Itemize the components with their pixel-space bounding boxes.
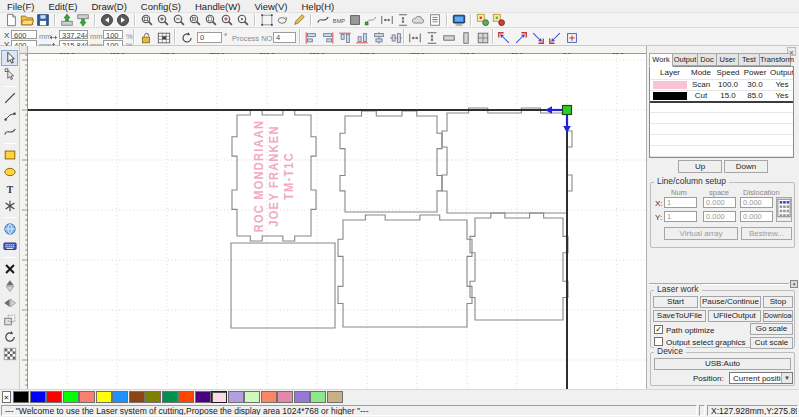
ellipse-tool-icon[interactable] [1, 164, 18, 180]
line-tool-icon[interactable] [1, 90, 18, 106]
corner-br-icon[interactable] [530, 31, 545, 46]
go-scale-button[interactable]: Go scale [750, 323, 793, 335]
doc-list-icon[interactable] [427, 13, 443, 27]
space-h-icon[interactable] [379, 13, 395, 27]
pen-icon[interactable] [291, 13, 307, 27]
menu-item-handle[interactable]: Handle(W) [188, 0, 247, 13]
select-tool-icon[interactable] [1, 50, 18, 66]
layer-power[interactable]: 30.0 [747, 80, 763, 89]
pause-continue-button[interactable]: Pause/Continue [700, 296, 761, 308]
grid-icon[interactable] [156, 30, 171, 45]
layer-color-swatch[interactable] [653, 81, 687, 89]
save-to-ufile-button[interactable]: SaveToUFile [653, 310, 706, 322]
globe-tool-icon[interactable] [1, 221, 18, 237]
laser-origin-marker[interactable] [563, 106, 572, 115]
width-field[interactable]: 337.244 [59, 30, 88, 39]
color-chip-4b0082[interactable] [195, 391, 211, 403]
layer-output[interactable]: Yes [775, 80, 788, 89]
align-l-icon[interactable] [303, 31, 318, 46]
target-a-icon[interactable] [475, 13, 491, 27]
virtual-array-button[interactable]: Virtual array [664, 227, 738, 240]
color-chip-1e90ff[interactable] [112, 391, 128, 403]
save-icon[interactable] [35, 13, 51, 27]
space2-h-icon[interactable] [407, 31, 422, 46]
zoom-page-icon[interactable] [203, 13, 219, 27]
cut-panel-3[interactable] [442, 108, 572, 213]
offset-tool-icon[interactable] [1, 312, 18, 328]
tab-doc[interactable]: Doc [697, 53, 717, 66]
y-dislocation-field[interactable]: 0.000 [740, 211, 773, 222]
start-button[interactable]: Start [653, 296, 698, 308]
rotate-ang-icon[interactable] [179, 30, 194, 45]
tab-transform[interactable]: Transform [759, 53, 791, 66]
zoom-all-icon[interactable] [139, 13, 155, 27]
x-space-field[interactable]: 0.000 [703, 197, 736, 208]
same-size-icon[interactable] [475, 31, 490, 46]
mirror-h-tool-icon[interactable] [1, 295, 18, 311]
no-color-chip[interactable]: ✕ [2, 391, 11, 403]
zoom-out-icon[interactable] [171, 13, 187, 27]
array-preview-icon[interactable] [776, 197, 792, 222]
menu-item-draw[interactable]: Draw(D) [85, 0, 134, 13]
bestrew-button[interactable]: Bestrew... [741, 227, 792, 240]
space-v-icon[interactable] [395, 13, 411, 27]
rect-sel-icon[interactable] [259, 13, 275, 27]
color-chip-0000ff[interactable] [30, 391, 46, 403]
cut-panel-6[interactable] [470, 213, 568, 320]
canvas[interactable]: ROC MONDRIAANJOEY FRANKENTM-T1C [28, 54, 646, 389]
layer-output[interactable]: Yes [775, 91, 788, 100]
cut-panel-2[interactable] [340, 111, 442, 212]
color-chip-e288a8[interactable] [277, 391, 293, 403]
lasso-icon[interactable] [275, 13, 291, 27]
layer-speed[interactable]: 100.0 [718, 80, 738, 89]
node-edit-tool-icon[interactable] [1, 67, 18, 83]
export-icon[interactable] [75, 13, 91, 27]
node-icon[interactable] [363, 13, 379, 27]
bmp-icon[interactable]: BMP [331, 13, 347, 27]
lock-icon[interactable] [138, 30, 153, 45]
cut-scale-button[interactable]: Cut scale [750, 337, 793, 349]
rotate-tool-icon[interactable] [1, 329, 18, 345]
open-folder-icon[interactable] [19, 13, 35, 27]
zoom-sel-icon[interactable] [219, 13, 235, 27]
layer-mode[interactable]: Scan [692, 80, 710, 89]
splitter-knob[interactable]: ▪ [790, 280, 798, 288]
usb-auto-button[interactable]: USB:Auto [654, 358, 791, 370]
curve-tool-icon[interactable] [1, 124, 18, 140]
delete-tool-icon[interactable] [1, 261, 18, 277]
align-r-icon[interactable] [320, 31, 335, 46]
tab-test[interactable]: Test [738, 53, 760, 66]
position-dropdown[interactable]: Current position ▾ [729, 372, 793, 384]
ufile-output-button[interactable]: UFileOutput [708, 310, 761, 322]
color-chip-009050[interactable] [162, 391, 178, 403]
curve-icon[interactable] [315, 13, 331, 27]
corner-tl-icon[interactable] [496, 31, 511, 46]
color-chip-00ff00[interactable] [63, 391, 79, 403]
corner-tr-icon[interactable] [513, 31, 528, 46]
color-chip-8ce88c[interactable] [310, 391, 326, 403]
polyline-tool-icon[interactable] [1, 107, 18, 123]
layer-speed[interactable]: 15.0 [720, 91, 736, 100]
layer-table[interactable]: LayerModeSpeedPowerOutputScan100.030.0Ye… [649, 66, 794, 158]
layer-down-button[interactable]: Down [724, 160, 768, 173]
engrave-text-block[interactable]: ROC MONDRIAANJOEY FRANKENTM-T1C [252, 120, 297, 233]
mirror-v-tool-icon[interactable] [1, 278, 18, 294]
align-b-icon[interactable] [354, 31, 369, 46]
process-no-field[interactable]: 4 [273, 32, 296, 43]
import-icon[interactable] [59, 13, 75, 27]
layer-color-swatch[interactable] [653, 92, 687, 100]
color-chip-9578d8[interactable] [294, 391, 310, 403]
same-h-icon[interactable] [458, 31, 473, 46]
y-num-field[interactable]: 1 [664, 211, 697, 222]
stop-button[interactable]: Stop [763, 296, 793, 308]
scale-x-field[interactable]: 100 [103, 30, 123, 39]
menu-item-file[interactable]: File(F) [0, 0, 41, 13]
menu-item-view[interactable]: View(V) [247, 0, 294, 13]
tab-output[interactable]: Output [672, 53, 698, 66]
x-num-field[interactable]: 1 [664, 197, 697, 208]
space2-v-icon[interactable] [424, 31, 439, 46]
text-tool-icon[interactable]: T [1, 181, 18, 197]
y-space-field[interactable]: 0.000 [703, 211, 736, 222]
color-chip-808000[interactable] [145, 391, 161, 403]
corner-bl-icon[interactable] [547, 31, 562, 46]
